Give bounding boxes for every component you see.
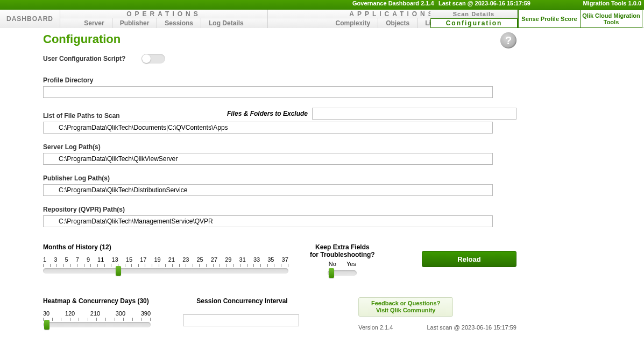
nav-group-operations: OPERATIONS Server Publisher Sessions Log… [60, 10, 268, 28]
content: Configuration User Configuration Script?… [43, 32, 516, 331]
exclude-input[interactable] [312, 108, 516, 120]
nav-cloud-migration[interactable]: Qlik Cloud Migration Tools [581, 10, 642, 28]
lastscan-footer: Last scan @ 2023-06-16 15:17:59 [427, 324, 516, 331]
feedback-line1: Feedback or Questions? [371, 300, 440, 306]
nav-sessions[interactable]: Sessions [157, 18, 201, 28]
session-interval-label: Session Concurrency Interval [183, 297, 301, 305]
nav-scan-details[interactable]: Scan Details [430, 10, 518, 18]
heatmap-ticklabels: 30120210300390 [43, 310, 151, 317]
nav-server[interactable]: Server [76, 18, 112, 28]
keep-extra-title1: Keep Extra Fields [310, 243, 375, 251]
reload-button[interactable]: Reload [422, 251, 516, 267]
months-label: Months of History (12) [43, 243, 288, 251]
nav-configuration[interactable]: Configuration [430, 18, 518, 28]
user-config-label: User Configuration Script? [43, 55, 125, 62]
keep-extra-handle[interactable] [329, 268, 334, 278]
heatmap-slider-handle[interactable] [44, 320, 49, 330]
nav-publisher[interactable]: Publisher [112, 18, 158, 28]
feedback-button[interactable]: Feedback or Questions? Visit Qlik Commun… [358, 297, 453, 317]
feedback-line2: Visit Qlik Community [376, 307, 435, 313]
nav-complexity[interactable]: Complexity [328, 18, 378, 28]
version-text: Version 2.1.4 [358, 324, 393, 331]
months-slider-handle[interactable] [116, 266, 121, 276]
repo-label: Repository (QVPR) Path(s) [43, 206, 125, 213]
toggle-knob [142, 54, 151, 63]
server-log-input[interactable] [43, 153, 493, 165]
nav-migration-group: Sense Profile Score Qlik Cloud Migration… [518, 10, 642, 28]
nav-title-operations: OPERATIONS [60, 10, 267, 18]
heatmap-slider[interactable] [43, 322, 151, 327]
keep-extra-title2: for Troubleshooting? [310, 251, 375, 258]
user-config-toggle[interactable] [141, 54, 165, 64]
keep-yes: Yes [346, 261, 356, 267]
file-paths-input[interactable] [43, 122, 493, 134]
keep-extra-block: Keep Extra Fields for Troubleshooting? N… [310, 243, 375, 276]
publisher-log-input[interactable] [43, 184, 493, 196]
nav-objects[interactable]: Objects [378, 18, 417, 28]
top-bar: Governance Dashboard 2.1.4 Last scan @ 2… [0, 0, 644, 10]
session-interval-input[interactable] [183, 314, 299, 326]
keep-extra-slider[interactable] [328, 270, 357, 276]
exclude-label: Files & Folders to Exclude [227, 110, 308, 117]
file-paths-label: List of File Paths to Scan [43, 112, 120, 120]
server-log-label: Server Log Path(s) [43, 143, 101, 151]
publisher-log-label: Publisher Log Path(s) [43, 174, 110, 182]
top-migration: Migration Tools 1.0.0 [583, 0, 641, 6]
months-ticklabels: 135791113151719212325272931333537 [43, 256, 288, 263]
keep-no: No [329, 261, 336, 267]
profile-dir-label: Profile Directory [43, 76, 93, 84]
months-slider[interactable] [43, 268, 288, 274]
nav-logdetails[interactable]: Log Details [201, 18, 251, 28]
top-lastscan: Last scan @ 2023-06-16 15:17:59 [438, 0, 530, 6]
repo-input[interactable] [43, 215, 493, 227]
top-product: Governance Dashboard 2.1.4 [352, 0, 434, 6]
heatmap-label: Heatmap & Concurrency Days (30) [43, 297, 151, 305]
nav-sense-profile[interactable]: Sense Profile Score [518, 10, 581, 28]
nav-area: DASHBOARD OPERATIONS Server Publisher Se… [0, 10, 644, 28]
nav-dashboard[interactable]: DASHBOARD [0, 10, 60, 28]
profile-dir-input[interactable] [43, 86, 493, 98]
page-title: Configuration [43, 32, 516, 46]
